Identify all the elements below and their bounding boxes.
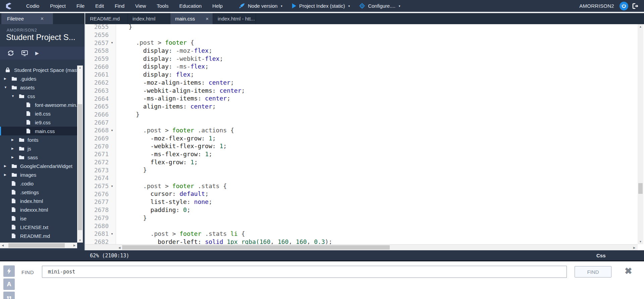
code-line[interactable]: .post > footer .stats li { bbox=[116, 230, 638, 238]
code-line[interactable]: .post > footer .stats { bbox=[116, 182, 638, 190]
tree-item-fonts[interactable]: ▶fonts bbox=[0, 135, 77, 144]
code-line[interactable]: -webkit-flex-grow: 1; bbox=[116, 142, 638, 150]
tree-item-font-awesome-min-c[interactable]: font-awesome.min.c bbox=[0, 100, 77, 109]
editor-scroll-down-icon[interactable]: ▼ bbox=[638, 240, 643, 243]
code-line[interactable]: border-left: solid 1px rgba(160, 160, 16… bbox=[116, 238, 638, 244]
code-line[interactable]: cursor: default; bbox=[116, 190, 638, 198]
code-line[interactable] bbox=[116, 118, 638, 126]
run-icon[interactable]: ▶ bbox=[35, 50, 39, 56]
logout-icon[interactable] bbox=[632, 3, 639, 9]
menu-tools[interactable]: Tools bbox=[151, 0, 174, 12]
code-line[interactable]: -ms-flex-grow: 1; bbox=[116, 150, 638, 158]
tree-item-js[interactable]: ▶js bbox=[0, 144, 77, 153]
menu-codio[interactable]: Codio bbox=[21, 0, 45, 12]
tree-item-student-project-space-mast[interactable]: Student Project Space (mast bbox=[0, 66, 77, 74]
code-line[interactable]: -ms-align-items: center; bbox=[116, 94, 638, 102]
editor-vscrollbar[interactable]: ▲ ▼ bbox=[638, 24, 643, 244]
code-line[interactable]: } bbox=[116, 24, 638, 31]
configure--dropdown[interactable]: Configure....▾ bbox=[359, 3, 400, 9]
tree-scroll-right-icon[interactable]: ▶ bbox=[72, 244, 76, 247]
editor-scroll-left-icon[interactable]: ◀ bbox=[117, 246, 121, 249]
tree-hscrollbar[interactable]: ◀ ▶ bbox=[0, 243, 77, 248]
chevron-collapsed-icon[interactable]: ▶ bbox=[4, 173, 11, 176]
chevron-collapsed-icon[interactable]: ▶ bbox=[11, 147, 19, 150]
fold-marker-icon[interactable]: ▾ bbox=[109, 184, 115, 188]
tree-item-main-css[interactable]: main.css bbox=[0, 127, 77, 135]
preview-icon[interactable] bbox=[21, 50, 28, 56]
node-version-dropdown[interactable]: Node version▾ bbox=[239, 3, 282, 9]
tree-item-index-html[interactable]: index.html bbox=[0, 197, 77, 205]
menu-education[interactable]: Education bbox=[174, 0, 207, 12]
project-index-static--dropdown[interactable]: Project Index (static)▾ bbox=[292, 3, 350, 9]
tree-item-ie9-css[interactable]: ie9.css bbox=[0, 118, 77, 127]
user-menu[interactable]: AMORRISON2 bbox=[579, 3, 614, 9]
code-line[interactable]: -moz-flex-grow: 1; bbox=[116, 134, 638, 142]
menu-view[interactable]: View bbox=[130, 0, 151, 12]
editor-tab-readme-md[interactable]: README.md bbox=[85, 13, 128, 24]
code-line[interactable]: -webkit-align-items: center; bbox=[116, 87, 638, 95]
code-line[interactable]: display: -ms-flex; bbox=[116, 62, 638, 71]
tree-item-images[interactable]: ▶images bbox=[0, 170, 77, 179]
code-line[interactable]: flex-grow: 1; bbox=[116, 158, 638, 166]
menu-edit[interactable]: Edit bbox=[90, 0, 109, 12]
tree-vscrollbar[interactable]: ▲ ▼ bbox=[77, 66, 83, 243]
menu-find[interactable]: Find bbox=[109, 0, 130, 12]
tree-item-ise[interactable]: ise bbox=[0, 214, 77, 223]
editor-scroll-right-icon[interactable]: ▶ bbox=[632, 246, 636, 249]
tree-item--codio[interactable]: .codio bbox=[0, 179, 77, 188]
filetree-panel-tab[interactable]: Filetree × bbox=[1, 13, 53, 24]
code-line[interactable]: display: -webkit-flex; bbox=[116, 55, 638, 63]
find-close-icon[interactable]: ✖ bbox=[625, 266, 632, 276]
editor-tab-main-css[interactable]: main.css× bbox=[170, 13, 213, 24]
tree-item--settings[interactable]: .settings bbox=[0, 188, 77, 197]
editor-tab-index-html-htt-[interactable]: index.html - htt... bbox=[213, 13, 256, 24]
editor-hscroll-thumb[interactable] bbox=[122, 245, 390, 250]
tree-item-license-txt[interactable]: LICENSE.txt bbox=[0, 223, 77, 231]
chevron-collapsed-icon[interactable]: ▶ bbox=[11, 156, 19, 159]
fold-marker-icon[interactable]: ▾ bbox=[109, 232, 115, 236]
codio-logo-icon[interactable] bbox=[5, 2, 13, 10]
chevron-expanded-icon[interactable]: ▼ bbox=[11, 94, 19, 98]
code-line[interactable]: .post > footer .actions { bbox=[116, 126, 638, 134]
menu-file[interactable]: File bbox=[71, 0, 90, 12]
filetree-close-icon[interactable]: × bbox=[41, 13, 44, 24]
fold-marker-icon[interactable]: ▾ bbox=[109, 41, 115, 44]
code-line[interactable]: display: -moz-flex; bbox=[116, 47, 638, 55]
code-line[interactable]: align-items: center; bbox=[116, 102, 638, 111]
quotes-icon[interactable]: ” bbox=[3, 292, 15, 299]
code-line[interactable]: } bbox=[116, 214, 638, 222]
find-input[interactable] bbox=[42, 266, 567, 278]
chevron-expanded-icon[interactable]: ▼ bbox=[4, 86, 11, 89]
tree-vscroll-thumb[interactable] bbox=[78, 104, 82, 230]
menu-project[interactable]: Project bbox=[45, 0, 71, 12]
tree-scroll-up-icon[interactable]: ▲ bbox=[77, 66, 83, 69]
tree-item-indexxx-html[interactable]: indexxx.html bbox=[0, 205, 77, 214]
chevron-collapsed-icon[interactable]: ▶ bbox=[4, 77, 11, 80]
code-editor[interactable]: } .post > footer { display: -moz-flex; d… bbox=[116, 24, 638, 244]
tree-scroll-left-icon[interactable]: ◀ bbox=[1, 244, 5, 247]
tab-close-icon[interactable]: × bbox=[206, 13, 209, 24]
refresh-icon[interactable] bbox=[7, 50, 14, 56]
tree-item-googlecalendarwidget[interactable]: ▶GoogleCalendarWidget bbox=[0, 162, 77, 170]
tree-scroll-down-icon[interactable]: ▼ bbox=[77, 239, 83, 242]
editor-hscrollbar[interactable]: ◀ ▶ bbox=[85, 244, 638, 250]
menu-help[interactable]: Help bbox=[207, 0, 228, 12]
file-mode-label[interactable]: Css bbox=[596, 253, 606, 258]
code-line[interactable] bbox=[116, 174, 638, 182]
lightning-icon[interactable] bbox=[3, 265, 15, 277]
tree-item--guides[interactable]: ▶.guides bbox=[0, 74, 77, 83]
chevron-collapsed-icon[interactable]: ▶ bbox=[4, 164, 11, 168]
chevron-collapsed-icon[interactable]: ▶ bbox=[11, 138, 19, 141]
tree-item-readme-md[interactable]: README.md bbox=[0, 231, 77, 240]
code-line[interactable]: display: flex; bbox=[116, 71, 638, 79]
code-line[interactable] bbox=[116, 222, 638, 230]
code-line[interactable]: list-style: none; bbox=[116, 198, 638, 206]
find-button[interactable]: FIND bbox=[575, 266, 611, 277]
tree-hscroll-thumb[interactable] bbox=[8, 243, 65, 248]
match-case-icon[interactable]: A bbox=[3, 279, 15, 290]
code-line[interactable]: .post > footer { bbox=[116, 39, 638, 47]
code-line[interactable]: } bbox=[116, 166, 638, 174]
editor-tab-index-html[interactable]: index.html bbox=[128, 13, 170, 24]
tree-item-sass[interactable]: ▶sass bbox=[0, 153, 77, 162]
tree-item-ie8-css[interactable]: ie8.css bbox=[0, 109, 77, 118]
